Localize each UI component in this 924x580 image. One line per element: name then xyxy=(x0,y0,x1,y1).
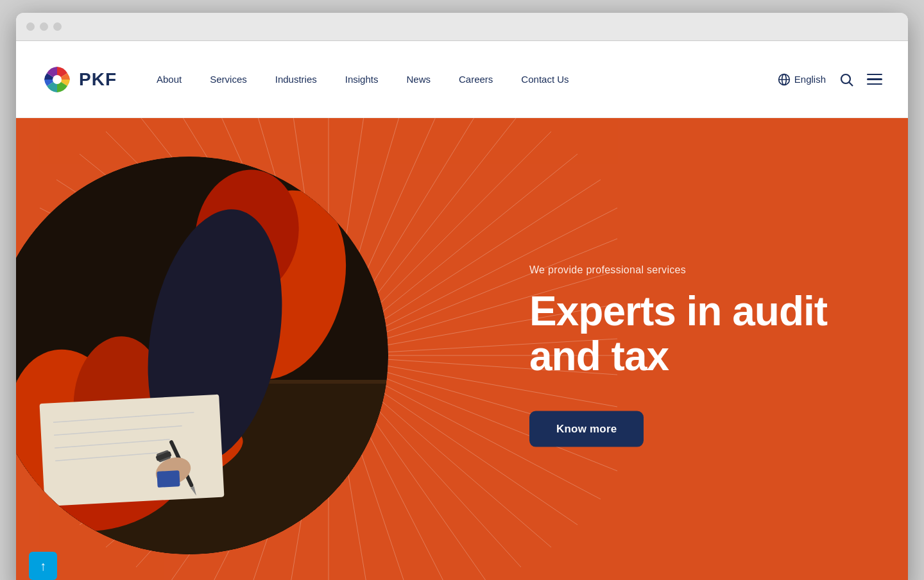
nav-item-services[interactable]: Services xyxy=(196,41,261,118)
menu-bar-2 xyxy=(867,78,882,80)
scroll-top-arrow-icon: ↑ xyxy=(40,559,46,574)
globe-icon xyxy=(778,73,791,86)
nav-item-insights[interactable]: Insights xyxy=(331,41,393,118)
svg-rect-80 xyxy=(157,470,180,488)
menu-bar-3 xyxy=(867,83,882,85)
language-selector[interactable]: English xyxy=(778,73,826,86)
main-nav: About Services Industries Insights News … xyxy=(142,41,583,118)
menu-bar-1 xyxy=(867,74,882,76)
logo-text: PKF xyxy=(79,69,117,90)
hero-title-line2: and tax xyxy=(529,333,669,379)
svg-point-0 xyxy=(53,75,62,84)
svg-line-5 xyxy=(850,82,853,86)
nav-item-careers[interactable]: Careers xyxy=(445,41,507,118)
nav-right: English xyxy=(778,72,882,87)
site-wrapper: PKF About Services Industries Insights N… xyxy=(16,41,908,580)
svg-rect-70 xyxy=(39,395,224,506)
nav-item-contact[interactable]: Contact Us xyxy=(507,41,583,118)
nav-item-about[interactable]: About xyxy=(142,41,196,118)
hamburger-menu-icon[interactable] xyxy=(867,72,882,87)
svg-point-4 xyxy=(841,74,850,83)
browser-window: PKF About Services Industries Insights N… xyxy=(16,13,908,580)
hero-section: We provide professional services Experts… xyxy=(16,118,908,580)
minimize-dot[interactable] xyxy=(40,22,48,31)
hero-cta-button[interactable]: Know more xyxy=(529,411,644,447)
nav-item-news[interactable]: News xyxy=(392,41,445,118)
close-dot[interactable] xyxy=(26,22,35,31)
hero-title-line1: Experts in audit xyxy=(529,288,827,334)
logo-link[interactable]: PKF xyxy=(42,64,117,95)
nav-item-industries[interactable]: Industries xyxy=(261,41,331,118)
browser-toolbar xyxy=(16,13,908,41)
hero-image-circle xyxy=(16,157,388,554)
pkf-logo-icon xyxy=(42,64,73,95)
language-label: English xyxy=(794,74,826,85)
hero-title: Experts in audit and tax xyxy=(529,289,882,379)
nav-menu: About Services Industries Insights News … xyxy=(142,41,583,118)
scroll-to-top-button[interactable]: ↑ xyxy=(29,552,57,580)
maximize-dot[interactable] xyxy=(53,22,62,31)
hero-subtitle: We provide professional services xyxy=(529,264,882,276)
site-header: PKF About Services Industries Insights N… xyxy=(16,41,908,118)
hero-text-block: We provide professional services Experts… xyxy=(529,264,882,447)
search-icon[interactable] xyxy=(839,72,854,87)
hero-image xyxy=(16,157,388,554)
